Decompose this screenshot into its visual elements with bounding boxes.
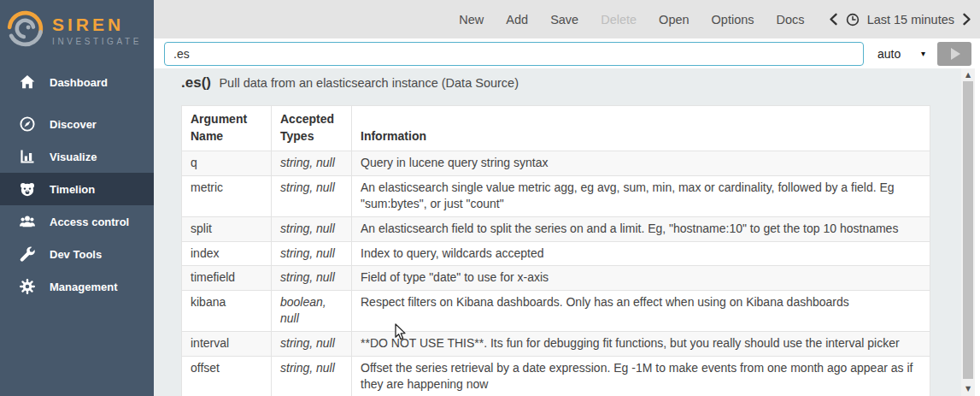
- arg-name: timefield: [182, 266, 272, 291]
- table-row: interval string, null **DO NOT USE THIS*…: [182, 331, 930, 356]
- querybar: auto ▾: [154, 38, 980, 68]
- sidebar-item-dashboard[interactable]: Dashboard: [0, 66, 154, 98]
- arg-types: string, null: [272, 266, 352, 291]
- table-row: metric string, null An elasticsearch sin…: [182, 175, 930, 216]
- arg-info: **DO NOT USE THIS**. Its fun for debuggi…: [352, 331, 930, 356]
- sidebar-item-discover[interactable]: Discover: [0, 108, 154, 140]
- function-description: Pull data from an elasticsearch instance…: [219, 76, 519, 90]
- sidebar-item-label: Dashboard: [50, 76, 108, 89]
- sidebar-item-label: Timelion: [50, 183, 95, 196]
- new-button[interactable]: New: [459, 13, 484, 27]
- sidebar-item-label: Discover: [50, 118, 97, 131]
- scroll-down-arrow[interactable]: ▼: [961, 382, 975, 394]
- arg-info: Respect filters on Kibana dashboards. On…: [352, 290, 930, 331]
- bar-chart-icon: [19, 148, 36, 165]
- column-header-information: Information: [352, 106, 930, 151]
- sidebar-item-label: Management: [50, 281, 117, 293]
- sidebar-item-access-control[interactable]: Access control: [0, 205, 154, 238]
- column-header-argument-name: Argument Name: [182, 106, 272, 151]
- docs-button[interactable]: Docs: [777, 13, 805, 27]
- sidebar-item-dev-tools[interactable]: Dev Tools: [0, 238, 154, 270]
- arg-name: q: [182, 151, 272, 176]
- arg-info: Offset the series retrieval by a date ex…: [352, 356, 930, 396]
- interval-select[interactable]: auto ▾: [864, 47, 937, 61]
- arg-types: boolean, null: [272, 290, 352, 331]
- sidebar: SIREN INVESTIGATE Dashboard Discover: [0, 0, 154, 396]
- compass-icon: [19, 115, 36, 133]
- save-button[interactable]: Save: [550, 13, 578, 27]
- add-button[interactable]: Add: [506, 13, 528, 27]
- table-row: timefield string, null Field of type "da…: [182, 266, 930, 291]
- timepicker-prev-button[interactable]: [829, 13, 838, 26]
- arg-name: split: [182, 216, 272, 241]
- table-row: split string, null An elasticsearch fiel…: [182, 216, 930, 241]
- arg-name: offset: [182, 356, 272, 396]
- timepicker-button[interactable]: Last 15 minutes: [867, 13, 954, 27]
- column-header-accepted-types: Accepted Types: [272, 106, 352, 151]
- chevron-down-icon: ▾: [921, 49, 925, 58]
- arg-info: Index to query, wildcards accepted: [352, 241, 930, 266]
- options-button[interactable]: Options: [712, 13, 754, 27]
- play-button[interactable]: [937, 42, 971, 66]
- vertical-scrollbar[interactable]: ▲ ▼: [961, 68, 975, 396]
- timelion-expression-input[interactable]: [164, 42, 864, 66]
- table-row: offset string, null Offset the series re…: [182, 356, 930, 396]
- arg-info: Field of type "date" to use for x-axis: [352, 266, 930, 291]
- arg-info: Query in lucene query string syntax: [352, 151, 930, 176]
- function-doc-header: .es() Pull data from an elasticsearch in…: [181, 74, 975, 92]
- sidebar-item-label: Access control: [50, 216, 129, 228]
- siren-logo-icon: [5, 9, 45, 52]
- arguments-table: Argument Name Accepted Types Information…: [181, 105, 930, 396]
- arg-types: string, null: [272, 331, 352, 356]
- arg-name: interval: [182, 331, 272, 356]
- logo-subtitle: INVESTIGATE: [52, 37, 142, 46]
- arg-types: string, null: [272, 241, 352, 266]
- arg-types: string, null: [272, 356, 352, 396]
- table-row: kibana boolean, null Respect filters on …: [182, 290, 930, 331]
- table-row: q string, null Query in lucene query str…: [182, 151, 930, 176]
- siren-logo[interactable]: SIREN INVESTIGATE: [0, 0, 154, 62]
- timepicker-next-button[interactable]: [962, 13, 971, 26]
- timelion-icon: [19, 180, 36, 198]
- arg-name: index: [182, 241, 272, 266]
- clock-icon: [846, 13, 860, 27]
- right-gutter: [975, 68, 980, 396]
- arg-name: kibana: [182, 290, 272, 331]
- arg-types: string, null: [272, 151, 352, 176]
- open-button[interactable]: Open: [659, 13, 689, 27]
- wrench-icon: [19, 245, 36, 263]
- logo-title: SIREN: [52, 15, 142, 34]
- arg-name: metric: [182, 175, 272, 216]
- sidebar-item-management[interactable]: Management: [0, 270, 154, 303]
- timepicker: Last 15 minutes: [829, 13, 971, 27]
- arg-info: An elasticsearch single value metric agg…: [352, 175, 930, 216]
- sidebar-item-label: Dev Tools: [50, 248, 102, 261]
- table-header-row: Argument Name Accepted Types Information: [182, 106, 930, 151]
- table-row: index string, null Index to query, wildc…: [182, 241, 930, 266]
- scroll-up-arrow[interactable]: ▲: [961, 68, 975, 80]
- arg-types: string, null: [272, 216, 352, 241]
- docs-panel: .es() Pull data from an elasticsearch in…: [154, 68, 975, 396]
- arg-types: string, null: [272, 175, 352, 216]
- sidebar-item-label: Visualize: [50, 151, 97, 163]
- sidebar-item-timelion[interactable]: Timelion: [0, 173, 154, 205]
- scrollbar-thumb[interactable]: [963, 81, 973, 379]
- users-icon: [19, 213, 36, 230]
- delete-button: Delete: [601, 13, 637, 27]
- toolbar: New Add Save Delete Open Options Docs La…: [154, 0, 980, 38]
- sidebar-item-visualize[interactable]: Visualize: [0, 140, 154, 173]
- interval-value: auto: [877, 47, 901, 61]
- gear-icon: [19, 278, 36, 295]
- function-name: .es(): [181, 74, 211, 91]
- play-icon: [951, 48, 960, 60]
- arg-info: An elasticsearch field to split the seri…: [352, 216, 930, 241]
- home-icon: [19, 74, 36, 91]
- sidebar-nav: Dashboard Discover Visualize: [0, 66, 154, 303]
